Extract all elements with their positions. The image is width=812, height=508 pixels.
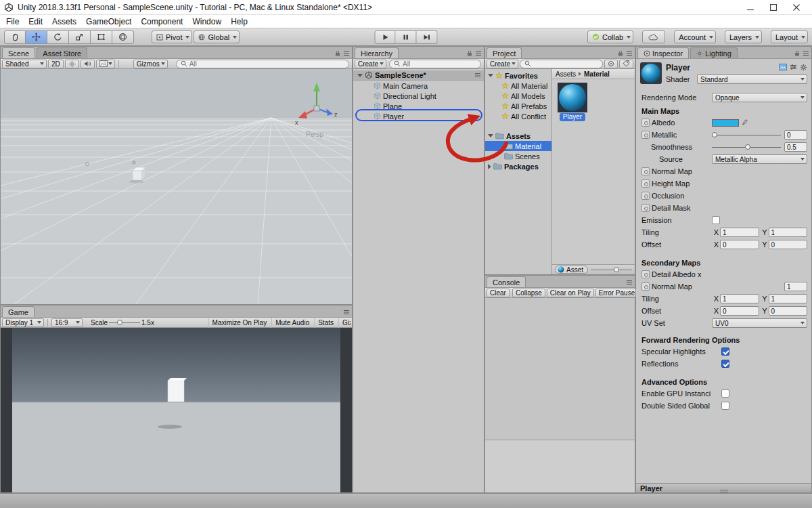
account-dropdown[interactable]: Account (674, 30, 716, 43)
breadcrumb-assets[interactable]: Assets (556, 70, 576, 78)
rotate-tool-button[interactable] (47, 30, 69, 44)
hierarchy-item-main-camera[interactable]: Main Camera (353, 81, 484, 91)
scene-viewport[interactable]: z x Persp (1, 69, 352, 304)
pane-menu-icon[interactable] (343, 49, 350, 58)
assets-root-row[interactable]: Assets (485, 131, 551, 141)
secondary-normal-texture-slot[interactable] (641, 282, 650, 291)
scale-tool-button[interactable] (69, 30, 91, 44)
metallic-value-field[interactable]: 0 (784, 130, 807, 140)
foldout-icon[interactable] (488, 164, 491, 169)
favorite-all-models[interactable]: All Models (485, 91, 551, 101)
console-error-pause-button[interactable]: Error Pause (595, 289, 638, 297)
lock-icon[interactable] (618, 49, 623, 58)
thumbnail-size-slider[interactable] (591, 266, 632, 274)
menu-help[interactable]: Help (226, 16, 252, 28)
play-button[interactable] (375, 30, 396, 44)
console-collapse-button[interactable]: Collapse (512, 289, 545, 297)
scene-search-input[interactable]: All (176, 60, 349, 68)
menu-gameobject[interactable]: GameObject (81, 16, 136, 28)
cloud-button[interactable] (642, 30, 665, 43)
hierarchy-search-input[interactable]: All (389, 60, 481, 68)
project-search-input[interactable] (520, 60, 603, 68)
menu-assets[interactable]: Assets (47, 16, 81, 28)
search-by-label-button[interactable] (619, 60, 633, 68)
secondary-normal-scale-field[interactable]: 1 (784, 282, 807, 291)
secondary-tiling-y-field[interactable]: 1 (769, 294, 808, 303)
pivot-toggle-button[interactable]: Pivot (152, 30, 192, 43)
favorite-all-conflicts[interactable]: All Conflict (485, 111, 551, 121)
scene-audio-button[interactable] (81, 60, 95, 68)
eyedropper-icon[interactable] (742, 119, 748, 127)
material-preview-bar[interactable]: Player (636, 483, 811, 492)
layers-dropdown[interactable]: Layers (725, 30, 762, 43)
tab-inspector[interactable]: Inspector (637, 47, 689, 58)
menu-edit[interactable]: Edit (24, 16, 47, 28)
gizmos-dropdown[interactable]: Gizmos (133, 60, 168, 68)
rect-tool-button[interactable] (91, 30, 112, 44)
layout-dropdown[interactable]: Layout (771, 30, 808, 43)
pause-button[interactable] (396, 30, 417, 44)
double-sided-gi-checkbox[interactable] (721, 402, 729, 410)
pane-menu-icon[interactable] (475, 49, 482, 58)
hierarchy-item-plane[interactable]: Plane (353, 101, 484, 111)
minimize-button[interactable] (739, 1, 762, 14)
tab-project[interactable]: Project (487, 47, 522, 58)
specular-highlights-checkbox[interactable] (721, 347, 729, 356)
preview-resize-handle-icon[interactable] (719, 486, 729, 492)
display-dropdown[interactable]: Display 1 (2, 318, 44, 327)
secondary-offset-x-field[interactable]: 0 (720, 306, 759, 316)
pane-menu-icon[interactable] (343, 308, 350, 316)
uv-set-dropdown[interactable]: UV0 (712, 318, 807, 328)
detail-mask-texture-slot[interactable] (641, 204, 650, 212)
stats-button[interactable]: Stats (314, 318, 337, 328)
rendering-mode-dropdown[interactable]: Opaque (712, 93, 807, 102)
selected-asset-pill[interactable]: Asset (555, 266, 588, 274)
texture-preview-icon[interactable] (779, 64, 787, 72)
step-button[interactable] (417, 30, 438, 44)
detail-albedo-texture-slot[interactable] (641, 270, 650, 278)
scene-lighting-button[interactable] (65, 60, 79, 68)
albedo-color-swatch[interactable] (712, 119, 739, 127)
gpu-instancing-checkbox[interactable] (721, 389, 729, 398)
console-clear-on-play-button[interactable]: Clear on Play (547, 289, 594, 297)
metallic-slider[interactable] (712, 130, 781, 140)
favorite-all-prefabs[interactable]: All Prefabs (485, 101, 551, 111)
secondary-tiling-x-field[interactable]: 1 (720, 294, 759, 303)
tiling-y-field[interactable]: 1 (769, 228, 808, 237)
lock-icon[interactable] (794, 49, 800, 58)
hierarchy-item-directional-light[interactable]: Directional Light (353, 91, 484, 101)
aspect-dropdown[interactable]: 16:9 (51, 318, 83, 327)
hand-tool-button[interactable] (4, 30, 26, 44)
albedo-texture-slot[interactable] (641, 119, 650, 127)
menu-file[interactable]: File (1, 16, 24, 28)
maximize-on-play-button[interactable]: Maximize On Play (208, 318, 271, 328)
folder-scenes-row[interactable]: Scenes (485, 151, 551, 161)
tab-scene[interactable]: Scene (2, 47, 35, 58)
offset-x-field[interactable]: 0 (720, 240, 759, 249)
maximize-button[interactable] (762, 1, 785, 14)
lock-icon[interactable] (335, 49, 340, 58)
scale-slider[interactable] (109, 318, 140, 326)
smoothness-slider[interactable] (712, 142, 781, 152)
secondary-offset-y-field[interactable]: 0 (769, 306, 808, 316)
tab-game[interactable]: Game (2, 306, 35, 317)
console-log-list[interactable] (485, 298, 635, 440)
project-content-area[interactable]: Player (552, 79, 635, 264)
tab-asset-store[interactable]: Asset Store (37, 47, 87, 58)
pane-menu-icon[interactable] (626, 49, 633, 58)
console-clear-button[interactable]: Clear (487, 289, 510, 297)
smoothness-value-field[interactable]: 0.5 (784, 142, 807, 152)
close-button[interactable] (785, 1, 808, 14)
2d-toggle-button[interactable]: 2D (48, 60, 64, 68)
emission-checkbox[interactable] (712, 216, 720, 224)
asset-tile-player[interactable]: Player (556, 83, 589, 121)
collab-button[interactable]: Collab (587, 30, 633, 43)
tab-lighting[interactable]: Lighting (690, 47, 738, 58)
foldout-icon[interactable] (357, 74, 363, 77)
pane-menu-icon[interactable] (626, 278, 633, 287)
move-tool-button[interactable] (26, 30, 47, 44)
scene-context-menu-icon[interactable] (474, 71, 481, 79)
favorite-all-materials[interactable]: All Material (485, 81, 551, 91)
menu-component[interactable]: Component (136, 16, 187, 28)
foldout-icon[interactable] (488, 74, 493, 77)
